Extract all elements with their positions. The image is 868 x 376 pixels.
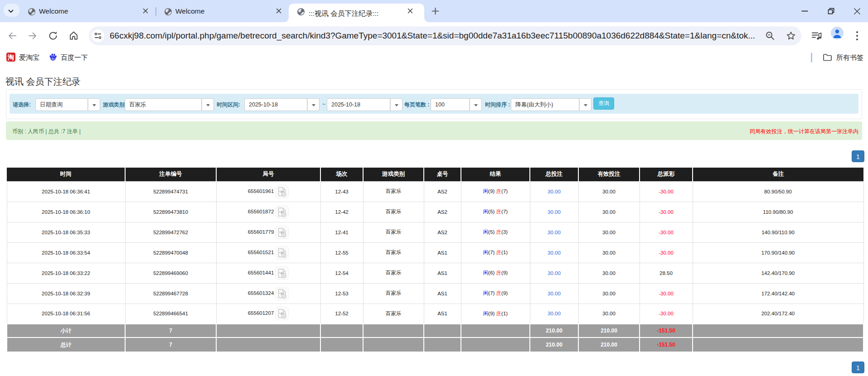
svg-text:du: du: [51, 57, 55, 60]
